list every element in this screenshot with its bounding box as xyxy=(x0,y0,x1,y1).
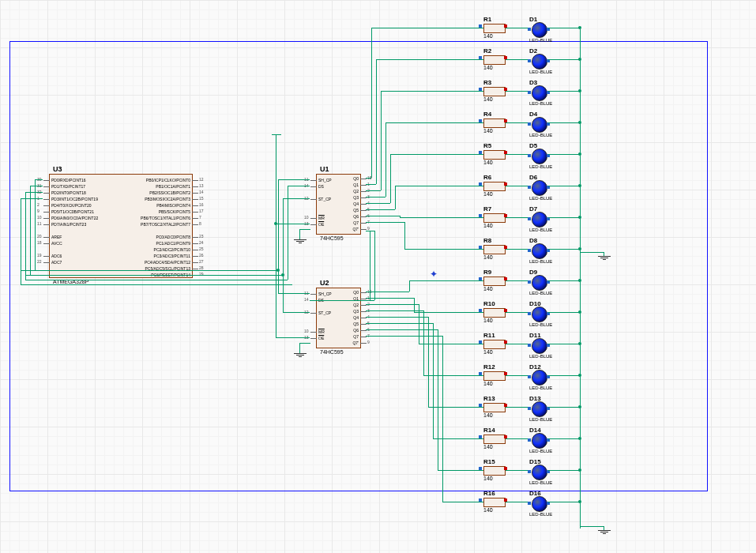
resistor-R14[interactable] xyxy=(483,434,506,444)
ground-u2-oe xyxy=(294,352,307,358)
resistor-R8[interactable] xyxy=(483,245,506,254)
led-D6[interactable] xyxy=(532,180,547,196)
u1-value: 74HC595 xyxy=(320,235,344,241)
led-row-8: R8 140 D8 LED-BLUE xyxy=(469,240,706,270)
resistor-R12[interactable] xyxy=(483,371,506,381)
gnd-stub-2 xyxy=(580,526,604,527)
resistor-R2[interactable] xyxy=(483,55,506,65)
led-D11[interactable] xyxy=(532,338,547,354)
led-D4[interactable] xyxy=(532,117,547,133)
component-u1[interactable]: U1 74HC595 11SH_CP14DS12ST_CP10MR13OE15Q… xyxy=(316,174,361,235)
vcc-symbol xyxy=(269,134,284,144)
led-D2[interactable] xyxy=(532,54,547,70)
ground-bus xyxy=(580,29,581,529)
led-row-5: R5 140 D5 LED-BLUE xyxy=(469,145,706,175)
component-u3[interactable]: U3 ATMEGA328P 30PD0/RXD/PCINT1631PD1/TXD… xyxy=(49,174,193,278)
led-row-6: R6 140 D6 LED-BLUE xyxy=(469,177,706,207)
led-row-2: R2 140 D2 LED-BLUE xyxy=(469,51,706,81)
led-D15[interactable] xyxy=(532,465,547,480)
led-D8[interactable] xyxy=(532,243,547,259)
led-D1[interactable] xyxy=(532,22,547,38)
led-D12[interactable] xyxy=(532,370,547,386)
led-D9[interactable] xyxy=(532,275,547,291)
led-row-15: R15 140 D15 LED-BLUE xyxy=(469,461,706,491)
resistor-R4[interactable] xyxy=(483,118,506,128)
ground-symbol-2 xyxy=(598,529,611,535)
origin-marker: ✦ xyxy=(430,269,438,280)
resistor-R9[interactable] xyxy=(483,276,506,286)
resistor-R10[interactable] xyxy=(483,308,506,318)
resistor-R11[interactable] xyxy=(483,340,506,349)
ground-u1-oe xyxy=(294,239,307,244)
led-D10[interactable] xyxy=(532,307,547,322)
u1-refdes: U1 xyxy=(320,165,329,173)
led-row-14: R14 140 D14 LED-BLUE xyxy=(469,430,706,460)
led-row-3: R3 140 D3 LED-BLUE xyxy=(469,82,706,112)
ground-symbol xyxy=(598,255,611,261)
led-row-4: R4 140 D4 LED-BLUE xyxy=(469,114,706,144)
resistor-R15[interactable] xyxy=(483,466,506,476)
led-row-13: R13 140 D13 LED-BLUE xyxy=(469,398,706,428)
u3-refdes: U3 xyxy=(53,165,62,173)
led-row-7: R7 140 D7 LED-BLUE xyxy=(469,209,706,239)
resistor-R16[interactable] xyxy=(483,498,506,507)
led-D16[interactable] xyxy=(532,496,547,512)
u2-refdes: U2 xyxy=(320,279,329,287)
component-u2[interactable]: U2 74HC595 11SH_CP14DS12ST_CP10MR13OE15Q… xyxy=(316,288,361,348)
led-row-11: R11 140 D11 LED-BLUE xyxy=(469,335,706,365)
led-D13[interactable] xyxy=(532,401,547,417)
resistor-R6[interactable] xyxy=(483,182,506,191)
gnd-stub-2v xyxy=(604,526,604,530)
led-D3[interactable] xyxy=(532,85,547,101)
u2-value: 74HC595 xyxy=(320,349,344,355)
gnd-stub-v xyxy=(604,252,604,256)
resistor-R5[interactable] xyxy=(483,150,506,160)
led-row-9: R9 140 D9 LED-BLUE xyxy=(469,272,706,302)
resistor-R3[interactable] xyxy=(483,87,506,96)
led-D14[interactable] xyxy=(532,433,547,449)
led-D5[interactable] xyxy=(532,149,547,164)
gnd-stub xyxy=(580,252,604,253)
led-D7[interactable] xyxy=(532,212,547,228)
led-row-16: R16 140 D16 LED-BLUE xyxy=(469,493,706,523)
resistor-R13[interactable] xyxy=(483,403,506,412)
resistor-R7[interactable] xyxy=(483,213,506,223)
led-row-10: R10 140 D10 LED-BLUE xyxy=(469,303,706,333)
led-row-12: R12 140 D12 LED-BLUE xyxy=(469,367,706,397)
resistor-R1[interactable] xyxy=(483,24,506,33)
led-row-1: R1 140 D1 LED-BLUE xyxy=(469,19,706,49)
